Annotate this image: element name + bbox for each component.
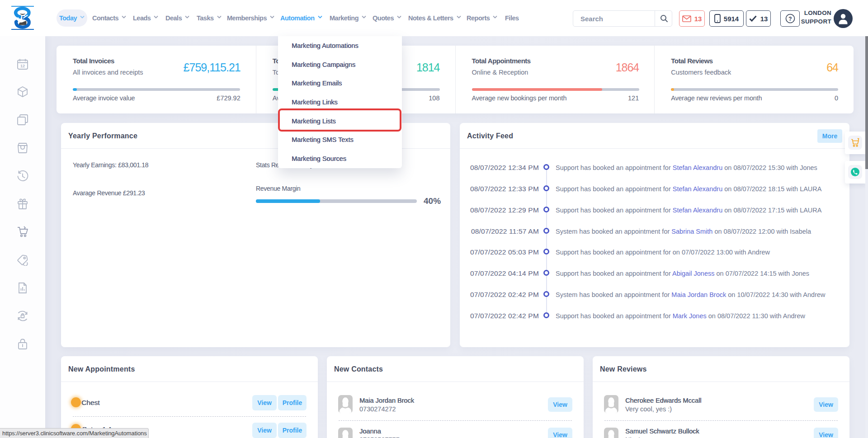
svg-text:12: 12 xyxy=(20,64,25,68)
